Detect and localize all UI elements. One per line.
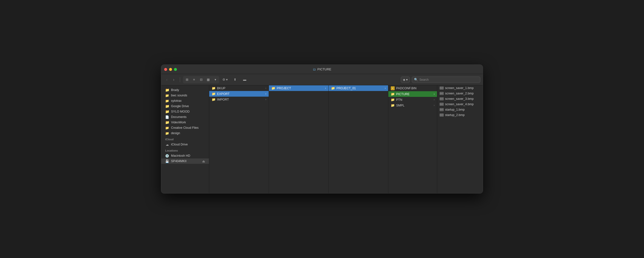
view-more-button[interactable]: ▾ <box>212 76 219 83</box>
bmp-icon: BMP <box>440 108 444 111</box>
gallery-view-button[interactable]: ▦ <box>205 76 212 83</box>
file-item-startup-1[interactable]: BMP startup_1.bmp <box>437 107 483 112</box>
search-icon: 🔍 <box>414 78 418 81</box>
settings-button[interactable]: ⚙ ▾ <box>221 76 229 83</box>
disk-icon: 💿 <box>165 154 169 158</box>
close-button[interactable] <box>164 68 167 71</box>
locations-section-label: Locations <box>161 147 209 153</box>
col1-label-bkup: BKUP <box>217 87 225 90</box>
col4-item-padconf[interactable]: P PADCONF.BIN <box>388 85 437 91</box>
folder-icon-import: 📁 <box>212 98 216 101</box>
share-button[interactable]: ⬆ <box>231 76 239 83</box>
list-view-button[interactable]: ≡ <box>190 76 198 83</box>
folder-icon-video: 📁 <box>165 120 169 124</box>
sidebar-item-bwc-sounds[interactable]: 📁 bwc sounds <box>161 93 209 98</box>
col4-item-smpl[interactable]: 📁 SMPL › <box>388 102 437 108</box>
dropbox-button[interactable]: ◈ ▾ <box>401 76 410 83</box>
file-label-startup-1: startup_1.bmp <box>445 108 465 111</box>
sidebar-item-macintosh-hd[interactable]: 💿 Macintosh HD <box>161 153 209 158</box>
minimize-button[interactable] <box>169 68 172 71</box>
file-item-screen-saver-4[interactable]: BMP screen_saver_4.bmp <box>437 101 483 107</box>
bmp-icon: BMP <box>440 87 444 89</box>
sidebar-item-design[interactable]: 📁 design <box>161 131 209 136</box>
bmp-icon: BMP <box>440 103 444 106</box>
sidebar-label-sylo-mood: SYLO MOOD <box>171 110 190 113</box>
titlebar: 🗂 PICTURE <box>161 65 483 74</box>
sidebar-item-sylo-mood[interactable]: 📁 SYLO MOOD <box>161 109 209 114</box>
col1-item-import[interactable]: 📁 IMPORT › <box>209 97 269 102</box>
window-title: PICTURE <box>317 67 331 71</box>
sidebar-item-brady[interactable]: 📁 Brady <box>161 87 209 93</box>
sidebar-item-documents[interactable]: 📄 Documents <box>161 114 209 120</box>
column-2: 📁 PROJECT › <box>269 85 328 193</box>
back-button[interactable]: ‹ <box>164 76 170 83</box>
file-label-screen-saver-1: screen_saver_1.bmp <box>445 86 474 90</box>
sidebar-item-sp404mkii[interactable]: 💾 SP404MKII ⏏ <box>161 158 209 164</box>
sidebar-item-icloud-drive[interactable]: ☁ iCloud Drive <box>161 142 209 147</box>
col4-item-ptn[interactable]: 📁 PTN › <box>388 97 437 102</box>
maximize-button[interactable] <box>174 68 177 71</box>
folder-icon-project01: 📁 <box>331 86 335 90</box>
chevron-right-icon: › <box>434 104 434 107</box>
file-item-screen-saver-2[interactable]: BMP screen_saver_2.bmp <box>437 91 483 96</box>
file-item-screen-saver-3[interactable]: BMP screen_saver_3.bmp <box>437 96 483 101</box>
eject-button[interactable]: ⏏ <box>202 159 205 163</box>
search-input[interactable] <box>420 78 478 81</box>
col4-label-picture: PICTURE <box>396 92 410 96</box>
padconf-icon: P <box>391 86 395 90</box>
chevron-right-icon: › <box>385 87 386 89</box>
col1-item-export[interactable]: 📁 EXPORT › <box>209 91 269 97</box>
bmp-icon: BMP <box>440 92 444 95</box>
col1-label-import: IMPORT <box>217 98 229 101</box>
col1-item-bkup[interactable]: 📁 BKUP › <box>209 85 269 91</box>
preview-button[interactable]: ▬ <box>241 76 248 83</box>
file-item-startup-2[interactable]: BMP startup_2.bmp <box>437 112 483 118</box>
cloud-icon: ☁ <box>165 143 169 147</box>
sidebar-item-videowork[interactable]: 📁 VideoWork <box>161 120 209 125</box>
col2-item-project[interactable]: 📁 PROJECT › <box>269 85 328 91</box>
chevron-right-icon: › <box>434 93 434 95</box>
col3-item-project01[interactable]: 📁 PROJECT_01 › <box>328 85 388 91</box>
bmp-icon: BMP <box>440 97 444 100</box>
sidebar-label-macintosh-hd: Macintosh HD <box>171 154 190 158</box>
col3-label-project01: PROJECT_01 <box>336 87 356 90</box>
sidebar-item-google-drive[interactable]: 📁 Google Drive <box>161 103 209 109</box>
column-view-button[interactable]: ⊟ <box>198 76 204 83</box>
folder-icon: 📁 <box>165 88 169 92</box>
sidebar-item-sylotrax[interactable]: 📁 sylotrax <box>161 98 209 103</box>
folder-icon-picture: 📁 <box>391 92 395 96</box>
main-content: 📁 Brady 📁 bwc sounds 📁 sylotrax 📁 Google… <box>161 85 483 193</box>
file-item-screen-saver-1[interactable]: BMP screen_saver_1.bmp <box>437 85 483 91</box>
folder-cc-icon: 📁 <box>165 126 169 130</box>
sidebar-item-creative-cloud[interactable]: 📁 Creative Cloud Files <box>161 125 209 131</box>
col2-label-project: PROJECT <box>277 87 291 90</box>
column-3: 📁 PROJECT_01 › <box>328 85 388 193</box>
file-label-screen-saver-4: screen_saver_4.bmp <box>445 102 474 106</box>
grid-view-button[interactable]: ⊞ <box>184 76 190 83</box>
doc-icon: 📄 <box>165 115 169 119</box>
sidebar-label-icloud-drive: iCloud Drive <box>171 143 188 146</box>
col4-label-ptn: PTN <box>396 98 402 101</box>
forward-button[interactable]: › <box>170 76 177 83</box>
nav-buttons: ‹ › <box>164 76 177 83</box>
sidebar-label-creative-cloud: Creative Cloud Files <box>171 126 199 130</box>
folder-design-icon: 📁 <box>165 131 169 135</box>
sidebar-label-bwc-sounds: bwc sounds <box>171 94 187 97</box>
search-bar[interactable]: 🔍 <box>412 76 480 83</box>
device-icon: 💾 <box>165 159 169 163</box>
chevron-right-icon: › <box>266 87 266 89</box>
titlebar-center: 🗂 PICTURE <box>313 67 331 71</box>
chevron-right-icon: › <box>266 98 266 101</box>
sidebar-label-sp404mkii: SP404MKII <box>171 159 186 163</box>
traffic-lights <box>164 68 177 71</box>
sidebar-label-google-drive: Google Drive <box>171 104 189 108</box>
folder-music-icon: 📁 <box>165 93 169 97</box>
chevron-right-icon: › <box>266 92 266 95</box>
sidebar-label-documents: Documents <box>171 115 186 119</box>
dropbox-icon: ◈ <box>403 78 405 81</box>
file-browser: 📁 BKUP › 📁 EXPORT › 📁 IMPORT › <box>209 85 483 193</box>
chevron-right-icon: › <box>325 87 326 89</box>
folder-sylotrax-icon: 📁 <box>165 99 169 103</box>
files-column: BMP screen_saver_1.bmp BMP screen_saver_… <box>437 85 483 193</box>
col4-item-picture[interactable]: 📁 PICTURE › <box>388 91 437 97</box>
